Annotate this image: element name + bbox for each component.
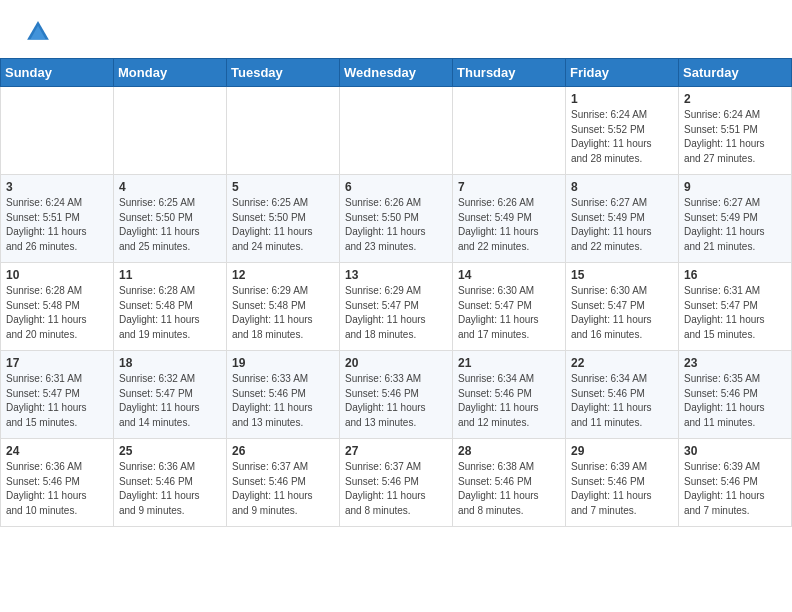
day-detail: Sunrise: 6:30 AM Sunset: 5:47 PM Dayligh… [458,284,560,342]
day-detail: Sunrise: 6:33 AM Sunset: 5:46 PM Dayligh… [345,372,447,430]
day-number: 20 [345,356,447,370]
dow-header-saturday: Saturday [679,59,792,87]
day-number: 21 [458,356,560,370]
day-detail: Sunrise: 6:24 AM Sunset: 5:51 PM Dayligh… [6,196,108,254]
day-detail: Sunrise: 6:34 AM Sunset: 5:46 PM Dayligh… [571,372,673,430]
day-number: 14 [458,268,560,282]
calendar-cell: 8Sunrise: 6:27 AM Sunset: 5:49 PM Daylig… [566,175,679,263]
calendar-cell: 28Sunrise: 6:38 AM Sunset: 5:46 PM Dayli… [453,439,566,527]
day-number: 24 [6,444,108,458]
dow-header-thursday: Thursday [453,59,566,87]
day-number: 2 [684,92,786,106]
logo-icon [24,18,52,46]
day-detail: Sunrise: 6:28 AM Sunset: 5:48 PM Dayligh… [6,284,108,342]
day-detail: Sunrise: 6:36 AM Sunset: 5:46 PM Dayligh… [119,460,221,518]
week-row-1: 1Sunrise: 6:24 AM Sunset: 5:52 PM Daylig… [1,87,792,175]
day-number: 26 [232,444,334,458]
day-detail: Sunrise: 6:32 AM Sunset: 5:47 PM Dayligh… [119,372,221,430]
week-row-2: 3Sunrise: 6:24 AM Sunset: 5:51 PM Daylig… [1,175,792,263]
week-row-5: 24Sunrise: 6:36 AM Sunset: 5:46 PM Dayli… [1,439,792,527]
week-row-3: 10Sunrise: 6:28 AM Sunset: 5:48 PM Dayli… [1,263,792,351]
calendar-cell [453,87,566,175]
dow-header-tuesday: Tuesday [227,59,340,87]
calendar-cell: 13Sunrise: 6:29 AM Sunset: 5:47 PM Dayli… [340,263,453,351]
day-number: 22 [571,356,673,370]
calendar-cell: 19Sunrise: 6:33 AM Sunset: 5:46 PM Dayli… [227,351,340,439]
dow-header-monday: Monday [114,59,227,87]
day-detail: Sunrise: 6:39 AM Sunset: 5:46 PM Dayligh… [684,460,786,518]
day-detail: Sunrise: 6:24 AM Sunset: 5:51 PM Dayligh… [684,108,786,166]
calendar-cell [340,87,453,175]
calendar-cell [1,87,114,175]
day-number: 19 [232,356,334,370]
day-detail: Sunrise: 6:31 AM Sunset: 5:47 PM Dayligh… [6,372,108,430]
day-detail: Sunrise: 6:27 AM Sunset: 5:49 PM Dayligh… [684,196,786,254]
day-detail: Sunrise: 6:25 AM Sunset: 5:50 PM Dayligh… [119,196,221,254]
calendar-cell: 6Sunrise: 6:26 AM Sunset: 5:50 PM Daylig… [340,175,453,263]
day-detail: Sunrise: 6:27 AM Sunset: 5:49 PM Dayligh… [571,196,673,254]
day-number: 3 [6,180,108,194]
calendar-cell: 22Sunrise: 6:34 AM Sunset: 5:46 PM Dayli… [566,351,679,439]
day-detail: Sunrise: 6:25 AM Sunset: 5:50 PM Dayligh… [232,196,334,254]
day-detail: Sunrise: 6:30 AM Sunset: 5:47 PM Dayligh… [571,284,673,342]
day-number: 1 [571,92,673,106]
day-number: 18 [119,356,221,370]
day-number: 12 [232,268,334,282]
calendar-cell: 18Sunrise: 6:32 AM Sunset: 5:47 PM Dayli… [114,351,227,439]
day-number: 11 [119,268,221,282]
calendar-cell: 21Sunrise: 6:34 AM Sunset: 5:46 PM Dayli… [453,351,566,439]
day-detail: Sunrise: 6:34 AM Sunset: 5:46 PM Dayligh… [458,372,560,430]
dow-header-friday: Friday [566,59,679,87]
day-detail: Sunrise: 6:36 AM Sunset: 5:46 PM Dayligh… [6,460,108,518]
calendar-cell: 17Sunrise: 6:31 AM Sunset: 5:47 PM Dayli… [1,351,114,439]
day-detail: Sunrise: 6:39 AM Sunset: 5:46 PM Dayligh… [571,460,673,518]
day-detail: Sunrise: 6:26 AM Sunset: 5:50 PM Dayligh… [345,196,447,254]
day-number: 5 [232,180,334,194]
day-detail: Sunrise: 6:28 AM Sunset: 5:48 PM Dayligh… [119,284,221,342]
day-detail: Sunrise: 6:37 AM Sunset: 5:46 PM Dayligh… [232,460,334,518]
calendar-cell: 24Sunrise: 6:36 AM Sunset: 5:46 PM Dayli… [1,439,114,527]
day-number: 29 [571,444,673,458]
dow-header-sunday: Sunday [1,59,114,87]
week-row-4: 17Sunrise: 6:31 AM Sunset: 5:47 PM Dayli… [1,351,792,439]
day-detail: Sunrise: 6:38 AM Sunset: 5:46 PM Dayligh… [458,460,560,518]
day-number: 13 [345,268,447,282]
day-detail: Sunrise: 6:26 AM Sunset: 5:49 PM Dayligh… [458,196,560,254]
page-header [0,0,792,50]
calendar-cell: 23Sunrise: 6:35 AM Sunset: 5:46 PM Dayli… [679,351,792,439]
day-number: 10 [6,268,108,282]
day-number: 27 [345,444,447,458]
day-number: 23 [684,356,786,370]
calendar-cell: 7Sunrise: 6:26 AM Sunset: 5:49 PM Daylig… [453,175,566,263]
calendar-cell: 12Sunrise: 6:29 AM Sunset: 5:48 PM Dayli… [227,263,340,351]
calendar-cell: 25Sunrise: 6:36 AM Sunset: 5:46 PM Dayli… [114,439,227,527]
calendar-cell: 10Sunrise: 6:28 AM Sunset: 5:48 PM Dayli… [1,263,114,351]
calendar-cell: 27Sunrise: 6:37 AM Sunset: 5:46 PM Dayli… [340,439,453,527]
calendar-cell: 15Sunrise: 6:30 AM Sunset: 5:47 PM Dayli… [566,263,679,351]
calendar-cell: 2Sunrise: 6:24 AM Sunset: 5:51 PM Daylig… [679,87,792,175]
calendar-cell: 11Sunrise: 6:28 AM Sunset: 5:48 PM Dayli… [114,263,227,351]
day-number: 28 [458,444,560,458]
day-detail: Sunrise: 6:31 AM Sunset: 5:47 PM Dayligh… [684,284,786,342]
calendar-table: SundayMondayTuesdayWednesdayThursdayFrid… [0,58,792,527]
logo [24,18,56,46]
day-number: 17 [6,356,108,370]
calendar-cell: 26Sunrise: 6:37 AM Sunset: 5:46 PM Dayli… [227,439,340,527]
day-number: 25 [119,444,221,458]
day-number: 30 [684,444,786,458]
calendar-cell [114,87,227,175]
day-detail: Sunrise: 6:24 AM Sunset: 5:52 PM Dayligh… [571,108,673,166]
calendar-cell: 3Sunrise: 6:24 AM Sunset: 5:51 PM Daylig… [1,175,114,263]
calendar-cell [227,87,340,175]
calendar-cell: 29Sunrise: 6:39 AM Sunset: 5:46 PM Dayli… [566,439,679,527]
calendar-cell: 9Sunrise: 6:27 AM Sunset: 5:49 PM Daylig… [679,175,792,263]
day-number: 4 [119,180,221,194]
day-number: 15 [571,268,673,282]
calendar-cell: 1Sunrise: 6:24 AM Sunset: 5:52 PM Daylig… [566,87,679,175]
dow-header-wednesday: Wednesday [340,59,453,87]
day-detail: Sunrise: 6:29 AM Sunset: 5:47 PM Dayligh… [345,284,447,342]
day-detail: Sunrise: 6:35 AM Sunset: 5:46 PM Dayligh… [684,372,786,430]
calendar-cell: 20Sunrise: 6:33 AM Sunset: 5:46 PM Dayli… [340,351,453,439]
day-detail: Sunrise: 6:37 AM Sunset: 5:46 PM Dayligh… [345,460,447,518]
day-detail: Sunrise: 6:29 AM Sunset: 5:48 PM Dayligh… [232,284,334,342]
